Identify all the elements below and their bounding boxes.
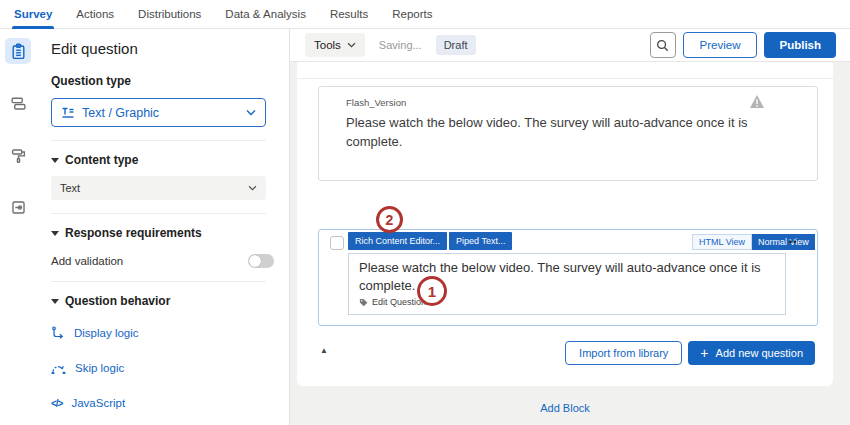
collapse-caret-icon [51, 299, 59, 304]
block-card: Flash_Version Please watch the below vid… [297, 62, 833, 386]
annotation-circle-2: 2 [376, 206, 403, 233]
text-graphic-icon [61, 106, 75, 120]
icon-rail [0, 29, 36, 425]
preview-label: Preview [700, 39, 741, 51]
question-type-label: Question type [51, 74, 274, 88]
search-button[interactable] [650, 32, 676, 58]
saving-status: Saving... [379, 39, 422, 51]
question-block-editing[interactable]: Rich Content Editor... Piped Text... HTM… [318, 229, 818, 326]
main-area: Tools Saving... Draft Preview Publish Fl… [290, 29, 850, 425]
chevron-down-icon [246, 109, 256, 116]
question-behavior-label: Question behavior [65, 294, 170, 308]
content-type-label: Content type [65, 153, 138, 167]
nav-tab-reports[interactable]: Reports [392, 0, 432, 29]
more-handle-dots[interactable]: •• [789, 237, 797, 247]
warning-icon [749, 94, 765, 113]
skip-logic-icon [51, 362, 66, 374]
import-label: Import from library [579, 347, 668, 359]
rich-text-editor-area[interactable]: Please watch the below video. The survey… [348, 253, 786, 315]
card-top-divider [297, 78, 833, 79]
content-type-value: Text [60, 182, 248, 194]
question-text: Please watch the below video. The survey… [346, 114, 791, 152]
look-and-feel-icon[interactable] [5, 142, 31, 168]
add-validation-toggle[interactable] [248, 254, 274, 268]
chevron-down-icon [347, 42, 356, 48]
add-question-label: Add new question [716, 347, 803, 359]
question-behavior-header[interactable]: Question behavior [51, 294, 274, 308]
add-validation-label: Add validation [51, 255, 248, 267]
question-block-flash-version[interactable]: Flash_Version Please watch the below vid… [318, 86, 818, 181]
question-type-value: Text / Graphic [82, 106, 239, 120]
editor-toolbar: Tools Saving... Draft Preview Publish [290, 29, 850, 62]
collapse-caret-icon [51, 158, 59, 163]
card-actions: Import from library + Add new question [565, 341, 815, 365]
toggle-knob [249, 255, 261, 267]
code-icon: </> [51, 398, 62, 409]
editor-button-row: Rich Content Editor... Piped Text... [348, 232, 512, 250]
nav-tab-actions[interactable]: Actions [76, 0, 114, 29]
top-nav: Survey Actions Distributions Data & Anal… [0, 0, 850, 29]
tools-label: Tools [314, 39, 341, 51]
display-logic-icon [51, 326, 65, 339]
survey-flow-icon[interactable] [5, 90, 31, 116]
add-block-link[interactable]: Add Block [540, 402, 590, 414]
question-checkbox[interactable] [330, 236, 344, 250]
survey-builder-icon[interactable] [5, 38, 31, 64]
chevron-down-icon [248, 185, 257, 191]
panel-title: Edit question [51, 40, 274, 57]
section-divider [51, 213, 266, 214]
collapse-caret-icon [51, 231, 59, 236]
nav-tab-results[interactable]: Results [330, 0, 368, 29]
annotation-number: 2 [386, 212, 394, 228]
normal-view-tab[interactable]: Normal View [752, 234, 815, 250]
html-view-tab[interactable]: HTML View [692, 234, 752, 250]
nav-tab-distributions[interactable]: Distributions [138, 0, 201, 29]
nav-tab-data-analysis[interactable]: Data & Analysis [225, 0, 306, 29]
publish-label: Publish [779, 39, 821, 51]
survey-canvas: Flash_Version Please watch the below vid… [290, 62, 850, 425]
tools-button[interactable]: Tools [305, 33, 365, 57]
add-validation-row: Add validation [51, 254, 274, 268]
javascript-link[interactable]: </> JavaScript [51, 397, 274, 409]
status-badge: Draft [436, 35, 476, 55]
preview-button[interactable]: Preview [683, 32, 758, 58]
skip-logic-link[interactable]: Skip logic [51, 362, 274, 374]
qualtrics-survey-editor: Survey Actions Distributions Data & Anal… [0, 0, 850, 425]
response-requirements-header[interactable]: Response requirements [51, 226, 274, 240]
plus-icon: + [700, 345, 708, 361]
section-divider [51, 281, 266, 282]
piped-text-button[interactable]: Piped Text... [449, 232, 512, 250]
annotation-number: 1 [428, 283, 436, 300]
question-type-select[interactable]: Text / Graphic [51, 98, 266, 127]
edit-question-panel: Edit question Question type Text / Graph… [36, 29, 289, 425]
left-column: Edit question Question type Text / Graph… [0, 29, 290, 425]
import-from-library-button[interactable]: Import from library [565, 341, 682, 365]
display-logic-link[interactable]: Display logic [51, 326, 274, 339]
publish-button[interactable]: Publish [764, 32, 836, 58]
survey-options-icon[interactable] [5, 194, 31, 220]
annotation-circle-1: 1 [417, 276, 447, 306]
tag-icon [359, 298, 368, 307]
response-requirements-label: Response requirements [65, 226, 202, 240]
edit-question-label: Edit Question [372, 297, 426, 307]
content-type-header[interactable]: Content type [51, 153, 274, 167]
rich-content-editor-button[interactable]: Rich Content Editor... [348, 232, 447, 250]
add-block-row: Add Block [297, 398, 833, 416]
javascript-label: JavaScript [71, 397, 125, 409]
question-id: Flash_Version [346, 97, 406, 108]
collapse-block-arrow[interactable]: ▲ [320, 346, 328, 355]
add-new-question-button[interactable]: + Add new question [688, 341, 815, 365]
nav-tab-survey[interactable]: Survey [14, 0, 52, 29]
section-divider [51, 140, 266, 141]
search-icon [656, 39, 669, 52]
display-logic-label: Display logic [74, 327, 139, 339]
skip-logic-label: Skip logic [75, 362, 124, 374]
content-type-select[interactable]: Text [51, 176, 266, 200]
